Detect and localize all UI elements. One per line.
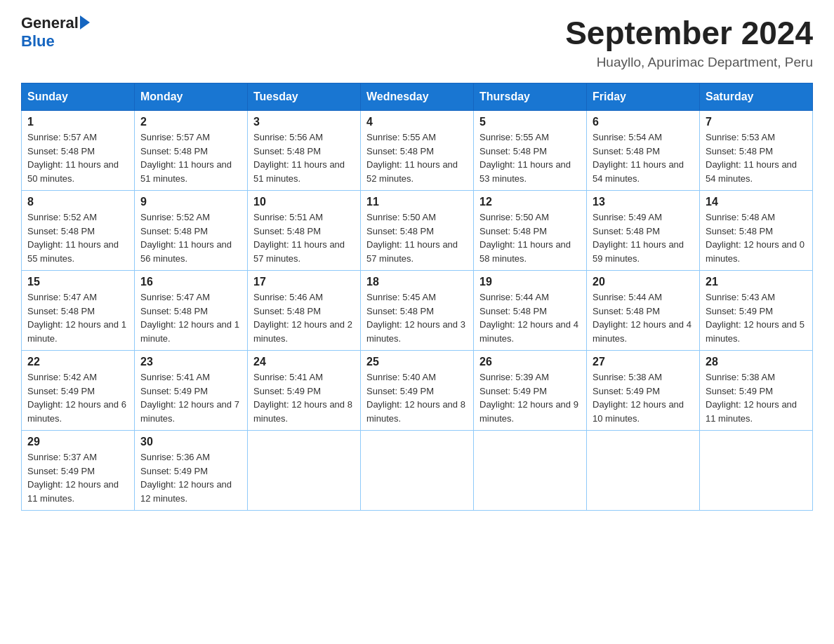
calendar-cell: 1Sunrise: 5:57 AMSunset: 5:48 PMDaylight… bbox=[22, 111, 135, 191]
page-header: General Blue September 2024 Huayllo, Apu… bbox=[21, 14, 813, 70]
calendar-cell: 23Sunrise: 5:41 AMSunset: 5:49 PMDayligh… bbox=[135, 351, 248, 431]
day-number: 27 bbox=[593, 356, 694, 368]
day-number: 20 bbox=[593, 276, 694, 288]
day-info: Sunrise: 5:50 AMSunset: 5:48 PMDaylight:… bbox=[479, 210, 581, 265]
column-header-friday: Friday bbox=[587, 83, 700, 111]
day-info: Sunrise: 5:57 AMSunset: 5:48 PMDaylight:… bbox=[27, 130, 128, 185]
calendar-cell: 16Sunrise: 5:47 AMSunset: 5:48 PMDayligh… bbox=[135, 271, 248, 351]
day-number: 9 bbox=[140, 196, 241, 208]
calendar-week-row: 15Sunrise: 5:47 AMSunset: 5:48 PMDayligh… bbox=[22, 271, 813, 351]
column-header-monday: Monday bbox=[135, 83, 248, 111]
day-number: 10 bbox=[253, 196, 355, 208]
day-info: Sunrise: 5:49 AMSunset: 5:48 PMDaylight:… bbox=[593, 210, 694, 265]
day-number: 7 bbox=[706, 116, 807, 128]
day-info: Sunrise: 5:52 AMSunset: 5:48 PMDaylight:… bbox=[27, 210, 128, 265]
calendar-cell: 25Sunrise: 5:40 AMSunset: 5:49 PMDayligh… bbox=[361, 351, 474, 431]
day-info: Sunrise: 5:47 AMSunset: 5:48 PMDaylight:… bbox=[27, 290, 128, 345]
calendar-cell bbox=[248, 431, 361, 511]
day-number: 4 bbox=[366, 116, 468, 128]
day-info: Sunrise: 5:44 AMSunset: 5:48 PMDaylight:… bbox=[479, 290, 581, 345]
day-number: 22 bbox=[27, 356, 128, 368]
logo: General Blue bbox=[21, 14, 90, 51]
day-number: 25 bbox=[366, 356, 468, 368]
calendar-cell: 17Sunrise: 5:46 AMSunset: 5:48 PMDayligh… bbox=[248, 271, 361, 351]
column-header-saturday: Saturday bbox=[700, 83, 813, 111]
calendar-cell: 13Sunrise: 5:49 AMSunset: 5:48 PMDayligh… bbox=[587, 191, 700, 271]
location-subtitle: Huayllo, Apurimac Department, Peru bbox=[565, 55, 813, 70]
day-number: 6 bbox=[593, 116, 694, 128]
calendar-week-row: 22Sunrise: 5:42 AMSunset: 5:49 PMDayligh… bbox=[22, 351, 813, 431]
calendar-cell: 6Sunrise: 5:54 AMSunset: 5:48 PMDaylight… bbox=[587, 111, 700, 191]
title-section: September 2024 Huayllo, Apurimac Departm… bbox=[565, 14, 813, 70]
day-info: Sunrise: 5:42 AMSunset: 5:49 PMDaylight:… bbox=[27, 370, 128, 425]
calendar-cell: 18Sunrise: 5:45 AMSunset: 5:48 PMDayligh… bbox=[361, 271, 474, 351]
calendar-cell bbox=[587, 431, 700, 511]
calendar-cell: 30Sunrise: 5:36 AMSunset: 5:49 PMDayligh… bbox=[135, 431, 248, 511]
calendar-week-row: 1Sunrise: 5:57 AMSunset: 5:48 PMDaylight… bbox=[22, 111, 813, 191]
day-info: Sunrise: 5:45 AMSunset: 5:48 PMDaylight:… bbox=[366, 290, 468, 345]
day-info: Sunrise: 5:57 AMSunset: 5:48 PMDaylight:… bbox=[140, 130, 241, 185]
day-info: Sunrise: 5:48 AMSunset: 5:48 PMDaylight:… bbox=[706, 210, 807, 265]
calendar-cell bbox=[700, 431, 813, 511]
day-number: 2 bbox=[140, 116, 241, 128]
day-info: Sunrise: 5:53 AMSunset: 5:48 PMDaylight:… bbox=[706, 130, 807, 185]
day-info: Sunrise: 5:47 AMSunset: 5:48 PMDaylight:… bbox=[140, 290, 241, 345]
day-number: 18 bbox=[366, 276, 468, 288]
day-number: 30 bbox=[140, 436, 241, 448]
column-header-tuesday: Tuesday bbox=[248, 83, 361, 111]
day-info: Sunrise: 5:41 AMSunset: 5:49 PMDaylight:… bbox=[140, 370, 241, 425]
calendar-table: SundayMondayTuesdayWednesdayThursdayFrid… bbox=[21, 83, 813, 511]
day-info: Sunrise: 5:56 AMSunset: 5:48 PMDaylight:… bbox=[253, 130, 355, 185]
logo-blue-text: Blue bbox=[21, 32, 55, 51]
calendar-cell: 2Sunrise: 5:57 AMSunset: 5:48 PMDaylight… bbox=[135, 111, 248, 191]
calendar-cell: 3Sunrise: 5:56 AMSunset: 5:48 PMDaylight… bbox=[248, 111, 361, 191]
day-info: Sunrise: 5:44 AMSunset: 5:48 PMDaylight:… bbox=[593, 290, 694, 345]
calendar-cell: 15Sunrise: 5:47 AMSunset: 5:48 PMDayligh… bbox=[22, 271, 135, 351]
day-number: 24 bbox=[253, 356, 355, 368]
calendar-cell: 14Sunrise: 5:48 AMSunset: 5:48 PMDayligh… bbox=[700, 191, 813, 271]
day-number: 17 bbox=[253, 276, 355, 288]
calendar-cell: 5Sunrise: 5:55 AMSunset: 5:48 PMDaylight… bbox=[474, 111, 587, 191]
day-number: 28 bbox=[706, 356, 807, 368]
calendar-cell: 8Sunrise: 5:52 AMSunset: 5:48 PMDaylight… bbox=[22, 191, 135, 271]
day-number: 16 bbox=[140, 276, 241, 288]
day-number: 19 bbox=[479, 276, 581, 288]
day-number: 3 bbox=[253, 116, 355, 128]
calendar-cell: 7Sunrise: 5:53 AMSunset: 5:48 PMDaylight… bbox=[700, 111, 813, 191]
calendar-cell: 9Sunrise: 5:52 AMSunset: 5:48 PMDaylight… bbox=[135, 191, 248, 271]
calendar-week-row: 29Sunrise: 5:37 AMSunset: 5:49 PMDayligh… bbox=[22, 431, 813, 511]
day-number: 5 bbox=[479, 116, 581, 128]
day-info: Sunrise: 5:40 AMSunset: 5:49 PMDaylight:… bbox=[366, 370, 468, 425]
day-number: 11 bbox=[366, 196, 468, 208]
day-info: Sunrise: 5:39 AMSunset: 5:49 PMDaylight:… bbox=[479, 370, 581, 425]
calendar-cell: 21Sunrise: 5:43 AMSunset: 5:49 PMDayligh… bbox=[700, 271, 813, 351]
day-number: 12 bbox=[479, 196, 581, 208]
calendar-cell: 11Sunrise: 5:50 AMSunset: 5:48 PMDayligh… bbox=[361, 191, 474, 271]
day-number: 14 bbox=[706, 196, 807, 208]
calendar-cell bbox=[474, 431, 587, 511]
column-header-wednesday: Wednesday bbox=[361, 83, 474, 111]
month-year-title: September 2024 bbox=[565, 14, 813, 52]
day-number: 13 bbox=[593, 196, 694, 208]
calendar-cell: 27Sunrise: 5:38 AMSunset: 5:49 PMDayligh… bbox=[587, 351, 700, 431]
calendar-cell: 26Sunrise: 5:39 AMSunset: 5:49 PMDayligh… bbox=[474, 351, 587, 431]
day-info: Sunrise: 5:55 AMSunset: 5:48 PMDaylight:… bbox=[366, 130, 468, 185]
day-number: 23 bbox=[140, 356, 241, 368]
day-info: Sunrise: 5:41 AMSunset: 5:49 PMDaylight:… bbox=[253, 370, 355, 425]
calendar-cell: 24Sunrise: 5:41 AMSunset: 5:49 PMDayligh… bbox=[248, 351, 361, 431]
day-info: Sunrise: 5:36 AMSunset: 5:49 PMDaylight:… bbox=[140, 450, 241, 505]
logo-general-text: General bbox=[21, 14, 79, 32]
day-info: Sunrise: 5:43 AMSunset: 5:49 PMDaylight:… bbox=[706, 290, 807, 345]
calendar-week-row: 8Sunrise: 5:52 AMSunset: 5:48 PMDaylight… bbox=[22, 191, 813, 271]
calendar-cell: 19Sunrise: 5:44 AMSunset: 5:48 PMDayligh… bbox=[474, 271, 587, 351]
calendar-cell: 12Sunrise: 5:50 AMSunset: 5:48 PMDayligh… bbox=[474, 191, 587, 271]
calendar-header-row: SundayMondayTuesdayWednesdayThursdayFrid… bbox=[22, 83, 813, 111]
day-info: Sunrise: 5:52 AMSunset: 5:48 PMDaylight:… bbox=[140, 210, 241, 265]
logo-arrow-icon bbox=[80, 15, 90, 29]
day-info: Sunrise: 5:55 AMSunset: 5:48 PMDaylight:… bbox=[479, 130, 581, 185]
day-info: Sunrise: 5:37 AMSunset: 5:49 PMDaylight:… bbox=[27, 450, 128, 505]
calendar-cell bbox=[361, 431, 474, 511]
day-number: 15 bbox=[27, 276, 128, 288]
day-info: Sunrise: 5:54 AMSunset: 5:48 PMDaylight:… bbox=[593, 130, 694, 185]
day-info: Sunrise: 5:46 AMSunset: 5:48 PMDaylight:… bbox=[253, 290, 355, 345]
